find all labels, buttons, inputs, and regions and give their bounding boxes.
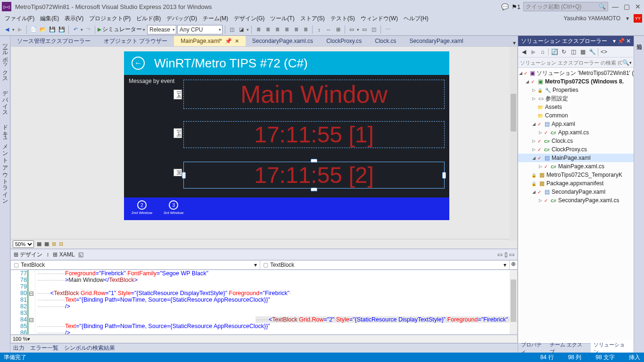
document-outline-tab[interactable]: ドキュメント アウトライン — [0, 117, 10, 205]
save-all-icon[interactable]: 💾 — [58, 25, 66, 34]
resize-handle[interactable]: ⋯ — [311, 159, 317, 163]
device-tab[interactable]: デバイス — [0, 83, 10, 117]
tab-source-control[interactable]: ソース管理エクスプローラー — [10, 36, 97, 46]
feedback-icon[interactable]: 💬 — [501, 3, 509, 10]
align-mid-icon[interactable]: ≣ — [292, 25, 300, 34]
tempkey-node[interactable]: MetroTips072CS_TemporaryK — [546, 172, 622, 178]
tb-icon-a[interactable]: ◫ — [228, 25, 236, 34]
properties-icon[interactable]: 🔧 — [588, 49, 596, 55]
grid-icon[interactable]: ▦ — [37, 241, 41, 247]
solution-search[interactable]: 🔍 ▾ — [518, 58, 634, 68]
references-node[interactable]: 参照設定 — [545, 95, 568, 103]
align-right-icon[interactable]: ≣ — [273, 25, 281, 34]
appbar-btn-2nd-window[interactable]: 2 2nd Window — [132, 200, 152, 215]
textblock-1[interactable]: [14] Main Window — [183, 80, 445, 109]
app-xaml-node[interactable]: App.xaml — [552, 121, 575, 127]
align-center-icon[interactable]: ≣ — [264, 25, 272, 34]
collapse-icon[interactable]: ◫ — [570, 49, 577, 55]
split-layout-icons[interactable]: ▭ ▯ ▭ — [497, 251, 514, 258]
tab-secondarypage-cs[interactable]: SecondaryPage.xaml.cs — [246, 36, 320, 46]
pin-icon[interactable]: 📌 — [225, 38, 232, 44]
zoom-combo[interactable]: 50% — [13, 240, 34, 248]
debug-target-label[interactable]: シミュレーター — [102, 25, 142, 33]
tab-overflow-icon[interactable]: ▾ — [511, 40, 518, 46]
group-icon[interactable]: ▭ — [347, 25, 356, 34]
view-code-icon[interactable]: <> — [600, 49, 608, 55]
solution-search-input[interactable] — [520, 60, 622, 66]
user-avatar[interactable]: YY — [634, 14, 642, 23]
snap-icon-2[interactable]: ⊟ — [59, 241, 63, 247]
textblock-2[interactable]: [14] 17:11:55 [1] — [183, 121, 445, 148]
user-name[interactable]: Yasuhiko YAMAMOTO — [561, 14, 624, 23]
back-button-icon[interactable]: ← — [132, 57, 145, 70]
start-debug-icon[interactable]: ▶ — [98, 26, 101, 33]
redo-icon[interactable]: ↷ — [84, 25, 92, 34]
output-tab[interactable]: 出力 — [13, 344, 25, 352]
grid-icon-2[interactable]: ▦ — [44, 241, 49, 247]
type-combo[interactable]: ▢TextBlock▾ — [11, 261, 260, 269]
resize-handle[interactable]: ⋯ — [311, 188, 317, 191]
panel-menu-icon[interactable]: ▾ — [613, 38, 616, 44]
tab-clock-cs[interactable]: Clock.cs — [368, 36, 403, 46]
tab-mainpage-xaml[interactable]: MainPage.xaml*📌✕ — [174, 36, 245, 46]
format-icon-2[interactable]: ↔ — [324, 25, 333, 34]
undo-icon[interactable]: ↶ — [71, 25, 80, 34]
tab-clockproxy-cs[interactable]: ClockProxy.cs — [320, 36, 368, 46]
align-left-icon[interactable]: ≣ — [254, 25, 263, 34]
error-list-tab[interactable]: エラー一覧 — [30, 344, 58, 352]
nav-fwd-icon[interactable]: ▶ — [16, 25, 24, 34]
fwd-icon[interactable]: ▶ — [529, 49, 537, 55]
close-button[interactable]: ✕ — [634, 3, 642, 10]
order-icon[interactable]: ◫ — [370, 25, 378, 34]
nav-back-icon[interactable]: ◀ — [3, 25, 11, 34]
secondarypage-cs-node[interactable]: SecondaryPage.xaml.cs — [558, 197, 619, 204]
refresh-icon[interactable]: ↻ — [560, 49, 568, 55]
tb-icon-b[interactable]: ◪ — [237, 25, 246, 34]
code-editor[interactable]: 77 78 79 80⊟ 81 82 83 84⊟ 85 86 ········… — [10, 270, 518, 335]
menu-tool[interactable]: ツール(T) — [267, 14, 297, 24]
symbol-search-tab[interactable]: シンボルの検索結果 — [64, 344, 115, 352]
menu-window[interactable]: ウィンドウ(W) — [358, 14, 401, 24]
format-icon-1[interactable]: ↕ — [315, 25, 323, 34]
pin-icon[interactable]: 📌 — [618, 38, 625, 44]
manifest-node[interactable]: Package.appxmanifest — [546, 180, 603, 187]
clock-cs-node[interactable]: Clock.cs — [552, 138, 573, 144]
menu-edit[interactable]: 編集(E) — [37, 14, 62, 24]
designer-scrollbar-v[interactable] — [510, 47, 517, 241]
config-combo[interactable]: Release — [147, 25, 176, 34]
project-node[interactable]: MetroTips072CS (Windows 8. — [545, 78, 624, 85]
design-tab[interactable]: ⊞ デザイン — [14, 251, 42, 259]
code-zoom[interactable]: 100 % ▾ — [10, 335, 518, 343]
minimize-button[interactable]: — — [611, 3, 619, 10]
resize-handle[interactable]: ⋮ — [442, 172, 446, 179]
close-icon[interactable]: ✕ — [626, 38, 631, 44]
open-icon[interactable]: 📂 — [39, 25, 47, 34]
textblock-3-selected[interactable]: [8] 17:11:55 [2] ⋮ ⋮ ⋯ ⋯ — [183, 162, 445, 189]
back-icon[interactable]: ◀ — [520, 49, 528, 55]
menu-team[interactable]: チーム(M) — [200, 14, 231, 24]
user-dropdown-icon[interactable]: ▾ — [623, 14, 632, 23]
snap-icon[interactable]: ⊞ — [52, 241, 56, 247]
notifications-tab[interactable]: 通知 — [634, 36, 644, 43]
toolbox-tab[interactable]: ツールボックス — [0, 36, 10, 83]
swap-icon[interactable]: ↕ — [46, 251, 49, 258]
close-icon[interactable]: ✕ — [235, 38, 239, 44]
menu-debug[interactable]: デバッグ(D) — [164, 14, 200, 24]
member-combo[interactable]: ▢TextBlock▾ — [260, 261, 510, 269]
solution-node[interactable]: ソリューション 'MetroTips072Win81' (1 プ — [537, 69, 634, 77]
home-icon[interactable]: ⌂ — [539, 49, 546, 55]
menu-help[interactable]: ヘルプ(H) — [401, 14, 431, 24]
format-icon-3[interactable]: ⊞ — [334, 25, 342, 34]
menu-store[interactable]: ストア(S) — [297, 14, 328, 24]
new-project-icon[interactable]: 📄 — [29, 25, 38, 34]
tab-object-browser[interactable]: オブジェクト ブラウザー — [97, 36, 174, 46]
menu-test[interactable]: テスト(S) — [328, 14, 358, 24]
dotted-icon[interactable]: ⋯ — [383, 25, 392, 34]
align-bottom-icon[interactable]: ≣ — [301, 25, 310, 34]
align-top-icon[interactable]: ≣ — [282, 25, 291, 34]
code-scrollbar[interactable] — [510, 270, 517, 334]
solution-tree[interactable]: ◢ソリューション 'MetroTips072Win81' (1 プ ◢Metro… — [518, 68, 634, 343]
save-icon[interactable]: 💾 — [48, 25, 57, 34]
properties-node[interactable]: Properties — [553, 87, 578, 93]
design-canvas[interactable]: ← WinRT/Metro TIPS #72 (C#) Message by e… — [124, 51, 449, 220]
